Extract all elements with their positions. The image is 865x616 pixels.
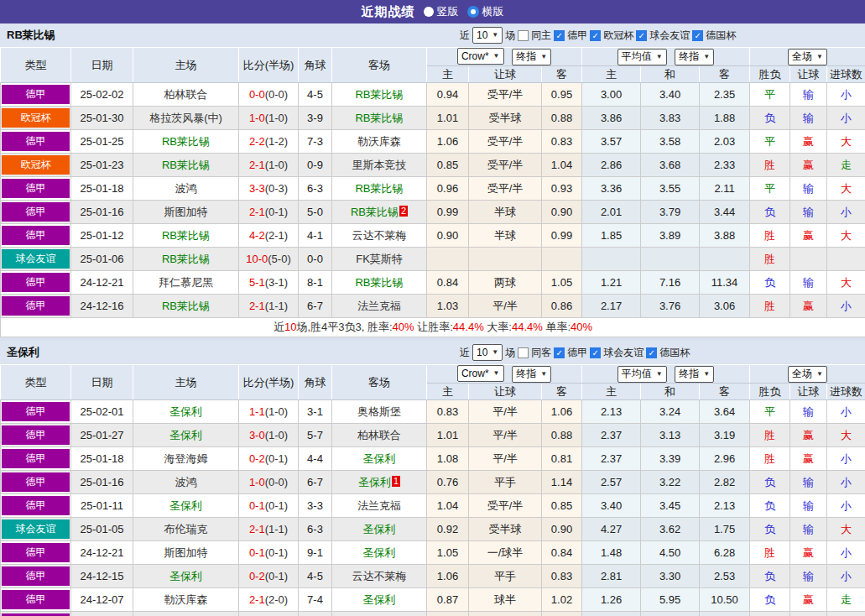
league-badge: 欧冠杯: [2, 108, 70, 128]
goals-result-cell: 小: [827, 201, 865, 224]
away-team-name: 圣保利: [363, 452, 396, 465]
avg-home-cell: 2.37: [582, 424, 641, 447]
league-checkbox[interactable]: ✓: [554, 347, 565, 358]
col-header-score: 比分(半场): [239, 365, 299, 400]
away-team-cell: RB莱比锡: [332, 83, 427, 107]
corners-cell: 8-1: [299, 271, 332, 295]
full-score: 0-1: [249, 546, 265, 559]
score-cell: 1-0(1-0): [239, 107, 299, 130]
handicap-result-cell: 输: [790, 177, 827, 201]
same-side-label: 同主: [531, 29, 551, 43]
layout-radio-vertical[interactable]: 竖版: [424, 4, 459, 19]
home-team-name: RB莱比锡: [162, 253, 210, 265]
odds-time-select[interactable]: 终指▼: [512, 49, 551, 65]
odds-time-select[interactable]: 终指▼: [512, 366, 551, 383]
avg-home-cell: 1.21: [582, 271, 641, 295]
league-checkbox[interactable]: ✓: [692, 30, 703, 41]
odds-away-cell: 1.05: [542, 271, 582, 295]
avg-draw-cell: 3.58: [641, 130, 700, 154]
league-checkbox[interactable]: ✓: [554, 30, 565, 41]
league-badge: 球会友谊: [2, 249, 70, 269]
avg-away-cell: 2.53: [700, 565, 750, 588]
col-header-type: 类型: [1, 48, 71, 83]
avg-draw-cell: 3.83: [641, 107, 700, 130]
odds-home-cell: 0.84: [427, 271, 469, 295]
full-score: 0-0: [249, 88, 265, 101]
avg-home-cell: 3.36: [582, 177, 641, 201]
half-score: (0-0): [265, 476, 288, 488]
avg-home-cell: 4.27: [582, 518, 641, 541]
scope-select[interactable]: 全场▼: [788, 366, 827, 383]
avg-home-cell: 1.26: [582, 588, 641, 612]
home-team-name: 布伦瑞克: [164, 523, 208, 535]
goals-result-cell: 小: [827, 471, 865, 494]
summary-segment: 44.4%: [453, 321, 484, 333]
same-side-checkbox[interactable]: [518, 347, 529, 358]
date-cell: 25-01-30: [71, 107, 133, 130]
goals-result-cell: 小: [827, 447, 865, 471]
handicap-result-cell: 赢: [790, 447, 827, 471]
avg-away-cell: 3.64: [700, 400, 750, 424]
col-header-handicap-result: 让球: [790, 66, 827, 83]
odds-handicap-cell: 一/球半: [469, 541, 542, 565]
home-team-name: 圣保利: [169, 499, 202, 512]
avg-home-cell: 2.57: [582, 471, 641, 494]
full-score: 2-1: [249, 159, 265, 171]
avg-draw-cell: 3.55: [641, 177, 700, 201]
table-row: 德甲24-12-07勒沃库森2-1(2-0)7-4圣保利0.87球半1.021.…: [1, 588, 865, 612]
home-team-name: 勒沃库森: [164, 593, 208, 606]
avg-select-group: 平均值▼ 终指▼: [582, 365, 750, 384]
avg-time-select[interactable]: 终指▼: [675, 366, 714, 383]
avg-away-cell: 1.75: [700, 518, 750, 541]
away-team-cell: 法兰克福: [332, 494, 427, 518]
league-badge: 德甲: [2, 202, 70, 222]
league-checkbox[interactable]: ✓: [646, 347, 657, 358]
result-cell: 胜: [750, 424, 790, 447]
games-count-select[interactable]: 10▼: [472, 344, 503, 361]
league-cell: 德甲: [1, 588, 71, 612]
handicap-result-cell: 赢: [790, 130, 827, 154]
odds-source-select[interactable]: Crow*▼: [457, 365, 504, 382]
scope-select-group: 全场▼: [750, 365, 865, 384]
games-count-select[interactable]: 10▼: [472, 27, 503, 44]
league-badge: 球会友谊: [2, 519, 70, 539]
avg-time-select[interactable]: 终指▼: [675, 49, 714, 65]
home-team-cell: 勒沃库森: [133, 588, 239, 612]
avg-away-cell: 2.13: [700, 494, 750, 518]
score-cell: 2-1(2-0): [239, 588, 299, 612]
goals-result-cell: 小: [827, 565, 865, 588]
summary-segment: 单率:: [543, 321, 571, 333]
league-cell: 德甲: [1, 424, 71, 447]
half-score: (1-1): [265, 523, 288, 535]
league-cell: 德甲: [1, 612, 71, 616]
league-checkbox[interactable]: ✓: [590, 30, 601, 41]
avg-source-select[interactable]: 平均值▼: [617, 49, 667, 65]
goals-result-cell: 走: [827, 154, 865, 177]
goals-result-cell: 小: [827, 295, 865, 318]
red-card-badge: 2: [399, 206, 408, 217]
odds-away-cell: 0.88: [542, 424, 582, 447]
team-name-heading: RB莱比锡: [7, 23, 55, 47]
away-team-cell: 柏林联合: [332, 424, 427, 447]
odds-source-select[interactable]: Crow*▼: [457, 48, 504, 65]
half-score: (1-0): [265, 112, 288, 124]
result-cell: 胜: [750, 224, 790, 248]
corners-cell: 4-5: [299, 83, 332, 107]
odds-away-cell: 0.84: [542, 541, 582, 565]
league-checkbox[interactable]: ✓: [636, 30, 647, 41]
avg-draw-cell: 3.24: [641, 400, 700, 424]
same-side-checkbox[interactable]: [518, 30, 529, 41]
home-team-name: 柏林联合: [164, 88, 208, 101]
handicap-result-cell: 输: [790, 201, 827, 224]
league-checkbox[interactable]: ✓: [590, 347, 601, 358]
odds-handicap-cell: 半球: [469, 201, 542, 224]
result-cell: 胜: [750, 248, 790, 271]
avg-source-select[interactable]: 平均值▼: [617, 366, 667, 383]
odds-home-cell: 0.87: [427, 612, 469, 616]
scope-select[interactable]: 全场▼: [788, 49, 827, 65]
home-team-name: RB莱比锡: [162, 229, 210, 242]
odds-handicap-cell: 受平/半: [469, 494, 542, 518]
layout-radio-horizontal[interactable]: 横版: [467, 4, 504, 19]
away-team-name: RB莱比锡: [355, 88, 403, 101]
corners-cell: 4-4: [299, 612, 332, 616]
